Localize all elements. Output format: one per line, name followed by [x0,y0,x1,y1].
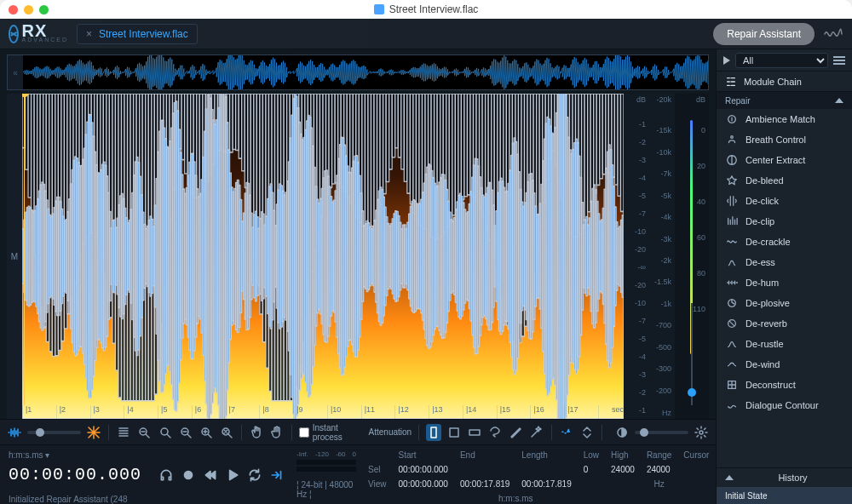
module-label: De-click [746,196,779,206]
module-label: De-wind [746,359,780,369]
module-de-plosive[interactable]: De-plosive [717,293,852,313]
level-meter: dB 020406080110 [675,94,709,419]
module-category-header[interactable]: Repair [717,92,852,109]
play-icon[interactable] [225,467,240,483]
collapse-category-icon[interactable] [835,98,843,103]
selection-freq-grid: Low High Range Cursor 0 24000 24000 Hz [584,450,710,499]
waveform-mode-icon[interactable] [7,424,22,441]
timecode-display[interactable]: 00:00:00.000 [9,465,141,484]
module-run-icon[interactable] [723,56,730,65]
module-icon [725,215,739,228]
lasso-tool-icon[interactable] [487,424,503,441]
zoom-selection-icon[interactable] [136,424,152,441]
zoom-out-icon[interactable] [178,424,193,441]
headphones-icon[interactable] [158,467,174,483]
contrast-toggle-icon[interactable] [614,424,630,441]
module-de-rustle[interactable]: De-rustle [717,334,852,354]
loop-icon[interactable] [247,467,262,483]
spectrogram-view[interactable]: |1|2|3|4|5|6|7|8|9|10|11|12|13|14|15|16|… [22,94,624,419]
module-menu-icon[interactable] [833,56,845,65]
file-tab[interactable]: × Street Interview.flac [77,24,198,44]
zoom-fit-icon[interactable] [219,424,234,441]
module-de-crackle[interactable]: De-crackle [717,232,852,252]
module-sidebar: All Module Chain Repair Ambience MatchBr… [716,49,852,504]
module-label: Breath Control [746,135,806,145]
module-icon [725,296,739,310]
module-label: De-ess [746,257,775,267]
vertical-zoom-slider[interactable] [688,303,696,405]
editor-toolbar: Instant process Attenuation [0,419,716,444]
zoom-tool-icon[interactable] [158,424,173,441]
close-tab-icon[interactable]: × [86,28,92,40]
brush-tool-icon[interactable] [508,424,523,441]
settings-icon[interactable] [694,424,709,441]
module-label: De-bleed [746,175,784,186]
logo-text: RX [22,25,68,37]
hand-tool-icon[interactable] [269,424,285,441]
format-label: ¦ 24-bit | 48000 Hz ¦ [296,480,356,499]
module-dialogue-contour[interactable]: Dialogue Contour [717,395,852,415]
overview-collapse-icon[interactable]: « [8,55,23,89]
wand-tool-icon[interactable] [528,424,544,441]
grab-tool-icon[interactable] [249,424,264,441]
transport-controls [158,450,285,499]
module-ambience-match[interactable]: Ambience Match [717,109,852,129]
module-de-hum[interactable]: De-hum [717,272,852,293]
module-de-wind[interactable]: De-wind [717,354,852,375]
module-de-click[interactable]: De-click [717,191,852,211]
settings-list-icon[interactable] [116,424,131,441]
zoom-in-icon[interactable] [199,424,214,441]
module-icon [725,378,739,392]
overview-wave-canvas[interactable] [23,55,708,89]
module-de-reverb[interactable]: De-reverb [717,313,852,334]
history-item[interactable]: Initial State [717,487,852,504]
find-similar-icon[interactable] [558,424,573,441]
module-icon [725,133,739,146]
module-breath-control[interactable]: Breath Control [717,129,852,150]
module-label: Deconstruct [746,380,796,390]
module-icon [725,174,739,187]
module-list: Ambience MatchBreath ControlCenter Extra… [717,109,852,467]
attenuation-label: Attenuation [369,427,412,437]
playhead[interactable] [24,94,25,405]
freq-select-tool-icon[interactable] [467,424,482,441]
repair-assistant-button[interactable]: Repair Assistant [713,23,815,45]
status-message: Initialized Repair Assistant (248 ms) [9,495,141,504]
record-icon[interactable] [181,467,196,483]
instant-process-checkbox[interactable]: Instant process [299,423,364,442]
module-icon [725,255,739,269]
waveform-menu-icon[interactable] [823,24,843,44]
history-collapse-icon[interactable] [725,475,734,480]
time-ruler[interactable]: |1|2|3|4|5|6|7|8|9|10|11|12|13|14|15|16|… [22,405,624,419]
selection-ops-icon[interactable] [579,424,595,441]
module-icon [725,317,739,330]
tf-select-tool-icon[interactable] [446,424,462,441]
module-deconstruct[interactable]: Deconstruct [717,375,852,395]
macos-titlebar: Street Interview.flac [0,0,852,19]
timecode-format-label[interactable]: h:m:s.ms [9,450,43,460]
module-label: De-clip [746,216,774,226]
module-icon [725,276,739,289]
document-icon [374,4,384,14]
waveform-opacity-slider[interactable] [27,431,81,434]
svg-rect-607 [450,428,458,437]
module-label: De-crackle [746,237,791,247]
module-chain-button[interactable]: Module Chain [717,72,852,92]
module-filter-select[interactable]: All [735,53,828,68]
module-label: Ambience Match [746,114,815,124]
logo-icon [9,25,19,43]
logo-subtext: ADVANCED [22,37,68,43]
module-de-bleed[interactable]: De-bleed [717,170,852,191]
module-label: Dialogue Contour [746,400,819,410]
time-select-tool-icon[interactable] [426,424,441,441]
follow-playhead-icon[interactable] [269,467,285,483]
spectrogram-mode-icon[interactable] [86,424,101,441]
module-de-ess[interactable]: De-ess [717,252,852,272]
module-de-clip[interactable]: De-clip [717,211,852,232]
brightness-slider[interactable] [635,431,688,434]
status-bar: h:m:s.ms ▾ 00:00:00.000 Initialized Repa… [0,444,716,504]
module-icon [725,153,739,167]
rewind-icon[interactable] [203,467,218,483]
module-center-extract[interactable]: Center Extract [717,150,852,170]
overview-waveform[interactable]: « [7,54,709,90]
